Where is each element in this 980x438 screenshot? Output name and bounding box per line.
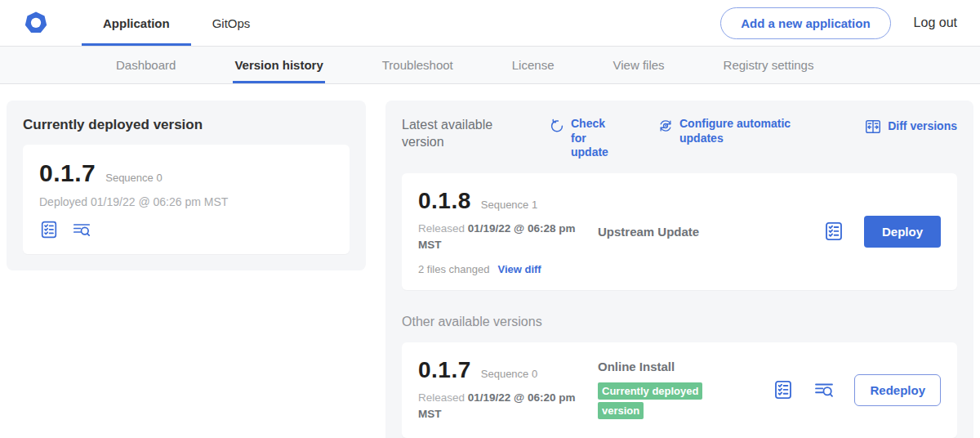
- subnav-item-dashboard[interactable]: Dashboard: [114, 47, 177, 83]
- view-logs-icon[interactable]: [813, 379, 835, 400]
- latest-version-info: 0.1.8 Sequence 1 Released 01/19/22 @ 06:…: [418, 188, 598, 276]
- currently-deployed-badge: Currently deployed version: [598, 382, 702, 420]
- other-version-info: 0.1.7 Sequence 0 Released 01/19/22 @ 06:…: [418, 357, 598, 423]
- diff-versions-label: Diff versions: [888, 119, 957, 134]
- preflight-checks-icon[interactable]: [39, 220, 59, 239]
- configure-updates-link[interactable]: Configure automatic updates: [657, 117, 792, 145]
- app-subnav: Dashboard Version history Troubleshoot L…: [0, 47, 980, 84]
- view-logs-icon[interactable]: [72, 220, 91, 239]
- latest-version-number: 0.1.8: [418, 188, 471, 214]
- latest-released-timestamp: Released 01/19/22 @ 06:28 pm MST: [418, 221, 581, 254]
- other-sequence-label: Sequence 0: [481, 368, 537, 380]
- check-for-update-label: Check for update: [571, 117, 623, 160]
- subnav-item-version-history[interactable]: Version history: [233, 47, 324, 83]
- app-tabs: Application GitOps: [82, 0, 271, 46]
- tab-application[interactable]: Application: [82, 0, 191, 46]
- other-version-number: 0.1.7: [418, 357, 471, 383]
- latest-source-label: Upstream Update: [598, 225, 823, 239]
- latest-actions: Deploy: [823, 216, 941, 248]
- main-content: Currently deployed version 0.1.7 Sequenc…: [0, 84, 980, 438]
- currently-deployed-badge-wrap: Currently deployed version: [598, 381, 730, 422]
- auto-update-clock-icon: [657, 118, 674, 134]
- other-versions-heading: Other available versions: [402, 315, 957, 329]
- kots-admin-console: Application GitOps Add a new application…: [0, 0, 980, 438]
- tab-gitops[interactable]: GitOps: [191, 0, 272, 46]
- deployed-version-number: 0.1.7: [39, 159, 96, 187]
- logout-link[interactable]: Log out: [914, 16, 957, 30]
- subnav-item-troubleshoot[interactable]: Troubleshoot: [381, 47, 455, 83]
- check-for-update-link[interactable]: Check for update: [549, 117, 623, 160]
- currently-deployed-panel: Currently deployed version 0.1.7 Sequenc…: [7, 101, 366, 270]
- top-bar: Application GitOps Add a new application…: [0, 0, 980, 47]
- other-released-timestamp: Released 01/19/22 @ 06:20 pm MST: [418, 390, 581, 423]
- latest-version-card: 0.1.8 Sequence 1 Released 01/19/22 @ 06:…: [402, 173, 957, 291]
- subnav-item-registry-settings[interactable]: Registry settings: [722, 47, 816, 83]
- deployed-version-card: 0.1.7 Sequence 0 Deployed 01/19/22 @ 06:…: [23, 145, 350, 254]
- latest-files-changed-row: 2 files changed View diff: [418, 263, 598, 275]
- updates-header: Latest available version Check for updat…: [402, 117, 957, 160]
- refresh-icon: [549, 118, 565, 134]
- subnav-item-license[interactable]: License: [510, 47, 556, 83]
- app-logo-icon[interactable]: [23, 10, 49, 36]
- files-changed-label: 2 files changed: [418, 263, 489, 275]
- deployed-timestamp: Deployed 01/19/22 @ 06:26 pm MST: [39, 195, 333, 208]
- other-actions: Redeploy: [773, 374, 941, 406]
- latest-available-heading: Latest available version: [402, 117, 526, 151]
- preflight-checks-icon[interactable]: [773, 379, 794, 400]
- deployed-version-row: 0.1.7 Sequence 0: [39, 159, 333, 187]
- preflight-checks-icon[interactable]: [823, 221, 844, 242]
- diff-icon: [864, 118, 882, 136]
- latest-sequence-label: Sequence 1: [481, 199, 537, 211]
- deployed-panel-title: Currently deployed version: [23, 117, 350, 133]
- other-source-column: Online Install Currently deployed versio…: [598, 360, 773, 422]
- other-version-card: 0.1.7 Sequence 0 Released 01/19/22 @ 06:…: [402, 342, 957, 438]
- configure-updates-label: Configure automatic updates: [679, 117, 792, 145]
- diff-versions-link[interactable]: Diff versions: [864, 117, 957, 136]
- add-application-button[interactable]: Add a new application: [720, 7, 890, 39]
- view-diff-link[interactable]: View diff: [497, 263, 541, 275]
- redeploy-button[interactable]: Redeploy: [854, 374, 941, 406]
- deployed-sequence-label: Sequence 0: [105, 172, 162, 184]
- subnav-item-view-files[interactable]: View files: [611, 47, 666, 83]
- deployed-actions: [39, 220, 333, 239]
- deploy-button[interactable]: Deploy: [864, 216, 941, 248]
- version-history-panel: Latest available version Check for updat…: [385, 101, 973, 438]
- other-source-label: Online Install: [598, 360, 773, 373]
